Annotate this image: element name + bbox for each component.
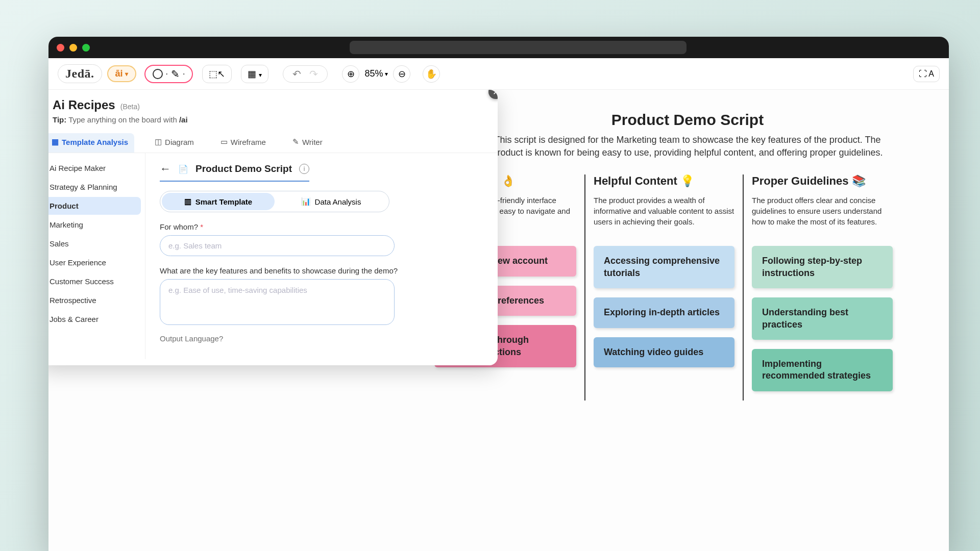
column-description: The product provides a wealth of informa… — [594, 195, 734, 234]
panel-detail: ← 📄 Product Demo Script i ▥ Smart Templa… — [145, 153, 498, 359]
toggle-label: Data Analysis — [315, 197, 361, 206]
template-icon: ▥ — [184, 197, 191, 206]
detail-title: Product Demo Script — [195, 163, 292, 174]
grid-tool-button[interactable]: ▦ ▾ — [241, 65, 268, 83]
sidebar-item-strategy-planning[interactable]: Strategy & Planning — [48, 178, 141, 196]
info-icon[interactable]: i — [299, 164, 309, 174]
minimize-window-button[interactable] — [69, 44, 77, 52]
toggle-smart-template[interactable]: ▥ Smart Template — [162, 193, 275, 210]
document-description: This script is designed for the Marketin… — [478, 134, 897, 159]
grid-icon: ▦ — [248, 69, 256, 79]
redo-button[interactable]: ↷ — [306, 68, 321, 80]
select-tool-button[interactable]: ⬚↖ — [202, 65, 232, 83]
chevron-down-icon: ▾ — [125, 70, 128, 78]
column-description: The product offers clear and concise gui… — [752, 195, 893, 234]
canvas[interactable]: Product Demo Script This script is desig… — [48, 90, 949, 551]
undo-button[interactable]: ↶ — [289, 68, 304, 80]
back-button[interactable]: ← — [160, 162, 171, 176]
hand-icon: ✋ — [426, 68, 437, 80]
output-language-label: Output Language? — [160, 334, 483, 343]
ai-label: āi — [115, 68, 123, 79]
titlebar — [48, 37, 949, 58]
toggle-data-analysis[interactable]: 📊 Data Analysis — [275, 193, 387, 210]
diagram-icon: ◫ — [155, 137, 162, 146]
tab-label: Template Analysis — [62, 138, 128, 146]
dot-icon: · — [183, 69, 185, 79]
column-heading: Helpful Content 💡 — [594, 174, 734, 188]
ai-recipes-panel: ✕ Ai Recipes (Beta) Tip: Type anything o… — [48, 90, 498, 365]
sidebar-item-customer-success[interactable]: Customer Success — [48, 272, 141, 290]
detail-header: ← 📄 Product Demo Script i — [160, 162, 309, 182]
tip-text: Type anything on the board with — [68, 115, 177, 124]
features-textarea[interactable] — [160, 279, 395, 325]
sidebar-item-sales[interactable]: Sales — [48, 235, 141, 253]
panel-body: Ai Recipe MakerStrategy & PlanningProduc… — [48, 153, 498, 359]
tab-label: Wireframe — [231, 138, 266, 146]
tip-prefix: Tip: — [53, 115, 66, 124]
panel-tip: Tip: Type anything on the board with /ai — [53, 115, 483, 124]
for-whom-input[interactable] — [160, 235, 395, 256]
chart-icon: 📊 — [301, 197, 311, 206]
tab-wireframe[interactable]: ▭ Wireframe — [214, 133, 272, 153]
document-title: Product Demo Script — [426, 111, 949, 129]
card[interactable]: Following step-by-step instructions — [752, 246, 893, 288]
zoom-out-button[interactable]: ⊖ — [393, 65, 410, 83]
panel-title: Ai Recipes — [53, 98, 115, 112]
document-icon: 📄 — [178, 164, 188, 174]
chevron-down-icon: ▾ — [385, 70, 388, 78]
toolbar: Jedā. āi ▾ · ✎ · ⬚↖ ▦ ▾ ↶ ↷ ⊕ 85% ▾ — [48, 58, 949, 90]
writer-icon: ✎ — [292, 137, 299, 146]
column: Helpful Content 💡The product provides a … — [584, 174, 743, 400]
zoom-level-dropdown[interactable]: 85% ▾ — [364, 68, 388, 79]
panel-tabs: ▦ Template Analysis ◫ Diagram ▭ Wirefram… — [48, 128, 498, 153]
card[interactable]: Accessing comprehensive tutorials — [594, 246, 734, 288]
zoom-value: 85% — [364, 68, 383, 79]
fit-icon: ⛶ A — [919, 69, 934, 78]
required-marker: * — [200, 222, 203, 231]
tab-writer[interactable]: ✎ Writer — [286, 133, 329, 153]
sidebar-item-retrospective[interactable]: Retrospective — [48, 291, 141, 309]
dot-icon: · — [166, 69, 168, 79]
cursor-icon: ⬚↖ — [209, 69, 225, 79]
features-label: What are the key features and benefits t… — [160, 266, 483, 275]
zoom-in-button[interactable]: ⊕ — [342, 65, 359, 83]
zoom-controls: ⊕ 85% ▾ ⊖ — [342, 65, 410, 83]
pen-icon: ✎ — [171, 68, 180, 80]
template-mode-toggle: ▥ Smart Template 📊 Data Analysis — [160, 191, 389, 212]
sidebar-item-ai-recipe-maker[interactable]: Ai Recipe Maker — [48, 159, 141, 177]
card[interactable]: Implementing recommended strategies — [752, 349, 893, 391]
columns-container: Easy to Use 👌The product's user-friendly… — [426, 174, 949, 400]
wireframe-icon: ▭ — [220, 137, 228, 146]
card[interactable]: Understanding best practices — [752, 297, 893, 340]
sidebar-item-jobs-career[interactable]: Jobs & Career — [48, 310, 141, 328]
drawing-tool-group[interactable]: · ✎ · — [144, 65, 193, 83]
titlebar-address[interactable] — [350, 41, 687, 54]
chevron-down-icon: ▾ — [259, 71, 262, 79]
close-window-button[interactable] — [57, 44, 64, 52]
tip-command: /ai — [179, 115, 188, 124]
app-window: Jedā. āi ▾ · ✎ · ⬚↖ ▦ ▾ ↶ ↷ ⊕ 85% ▾ — [48, 37, 949, 551]
column-heading: Proper Guidelines 📚 — [752, 174, 893, 188]
sidebar-item-marketing[interactable]: Marketing — [48, 216, 141, 234]
toggle-label: Smart Template — [195, 197, 252, 206]
ai-menu-button[interactable]: āi ▾ — [107, 65, 136, 82]
tab-template-analysis[interactable]: ▦ Template Analysis — [48, 133, 134, 153]
right-tools: ⛶ A — [913, 66, 940, 82]
fit-view-button[interactable]: ⛶ A — [913, 66, 940, 82]
template-icon: ▦ — [52, 137, 59, 146]
card[interactable]: Watching video guides — [594, 337, 734, 367]
maximize-window-button[interactable] — [82, 44, 90, 52]
sidebar-item-user-experience[interactable]: User Experience — [48, 254, 141, 271]
sidebar-item-product[interactable]: Product — [48, 197, 141, 215]
tab-diagram[interactable]: ◫ Diagram — [149, 133, 200, 153]
logo[interactable]: Jedā. — [58, 64, 102, 83]
for-whom-label: For whom? * — [160, 222, 483, 231]
close-icon: ✕ — [493, 90, 498, 97]
pan-tool-button[interactable]: ✋ — [423, 65, 440, 83]
tab-label: Diagram — [165, 138, 194, 146]
tab-label: Writer — [302, 138, 323, 146]
zoom-in-icon: ⊕ — [347, 68, 355, 80]
shape-circle-icon — [153, 69, 163, 79]
card[interactable]: Exploring in-depth articles — [594, 297, 734, 328]
panel-header: Ai Recipes (Beta) Tip: Type anything on … — [48, 90, 498, 128]
